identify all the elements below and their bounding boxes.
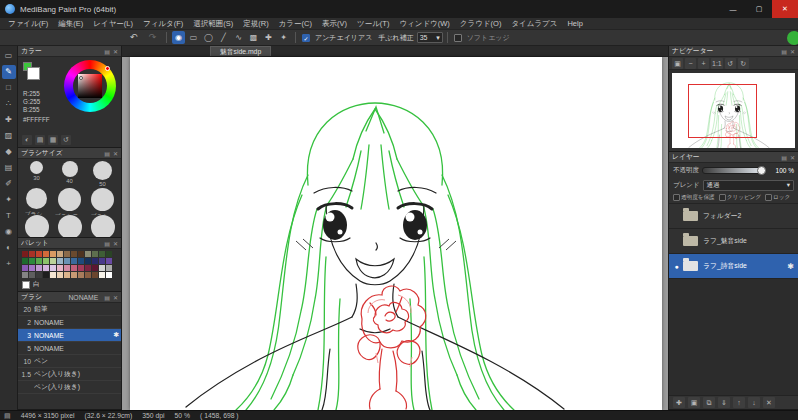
brush-size-item-1[interactable]: 40 (53, 161, 86, 188)
opacity-slider-handle[interactable] (757, 166, 766, 175)
panel-close-icon[interactable]: ✕ (113, 150, 118, 157)
menu-item-2[interactable]: レイヤー(L) (88, 18, 138, 30)
dot-tool[interactable]: ∴ (2, 97, 16, 111)
palette-swatch-34[interactable] (78, 265, 84, 271)
menu-item-4[interactable]: 選択範囲(S) (188, 18, 238, 30)
move-tool[interactable]: ✚ (2, 113, 16, 127)
minimize-button[interactable]: — (720, 0, 746, 18)
account-status-icon[interactable] (787, 31, 798, 45)
palette-swatch-51[interactable] (106, 272, 112, 278)
menu-item-9[interactable]: ウィンドウ(W) (394, 18, 454, 30)
palette-swatch-13[interactable] (22, 258, 28, 264)
palette-swatch-33[interactable] (71, 265, 77, 271)
palette-swatch-40[interactable] (29, 272, 35, 278)
protect-alpha-checkbox[interactable] (673, 194, 680, 201)
navigator-view-rect[interactable] (688, 84, 757, 138)
redo-icon[interactable]: ↷ (145, 31, 160, 44)
document-tab[interactable]: 魅音side.mdp (210, 46, 271, 56)
eraser-tool[interactable]: □ (2, 81, 16, 95)
panel-menu-icon[interactable]: ▤ (781, 154, 787, 161)
palette-swatch-47[interactable] (78, 272, 84, 278)
drawing-canvas[interactable] (130, 57, 662, 410)
palette-swatch-31[interactable] (57, 265, 63, 271)
color-panel-header[interactable]: カラー ▤ ✕ (18, 46, 121, 57)
protect-alpha-option[interactable]: 透明度を保護 (673, 194, 715, 202)
duplicate-layer-icon[interactable]: ⧉ (703, 397, 715, 408)
pen-mode-icon[interactable]: ◉ (172, 31, 185, 44)
rotate-right-icon[interactable]: ↻ (738, 58, 749, 69)
brush-row-4[interactable]: 10ペン (18, 355, 121, 368)
wheel-view-icon[interactable]: ◐ (22, 135, 32, 145)
brush-row-3[interactable]: 5NONAME (18, 342, 121, 355)
palette-swatch-42[interactable] (43, 272, 49, 278)
palette-swatch-23[interactable] (92, 258, 98, 264)
palette-swatch-8[interactable] (78, 251, 84, 257)
palette-swatch-36[interactable] (92, 265, 98, 271)
palette-swatch-0[interactable] (22, 251, 28, 257)
panel-close-icon[interactable]: ✕ (113, 294, 118, 301)
lock-checkbox[interactable] (765, 194, 772, 201)
menu-item-3[interactable]: フィルタ(F) (138, 18, 188, 30)
lock-option[interactable]: ロック (765, 194, 790, 202)
panel-menu-icon[interactable]: ▤ (104, 48, 110, 55)
palette-swatch-27[interactable] (29, 265, 35, 271)
merge-down-icon[interactable]: ⇓ (718, 397, 730, 408)
palette-swatch-17[interactable] (50, 258, 56, 264)
brush-size-item-2[interactable]: 50 (86, 161, 119, 188)
brush-size-item-3[interactable]: ブラシ… (20, 188, 53, 215)
foreground-color-swatch[interactable] (27, 67, 40, 80)
gear-icon[interactable]: ✱ (787, 262, 794, 271)
brush-panel-header[interactable]: ブラシ NONAME ▤ ✕ (18, 292, 121, 303)
palette-swatch-44[interactable] (57, 272, 63, 278)
palette-swatch-19[interactable] (64, 258, 70, 264)
zoom-out-icon[interactable]: − (685, 58, 696, 69)
palette-swatch-16[interactable] (43, 258, 49, 264)
magic-wand-tool[interactable]: ✦ (2, 193, 16, 207)
menu-item-0[interactable]: ファイル(F) (3, 18, 53, 30)
palette-swatch-25[interactable] (106, 258, 112, 264)
grid-view-icon[interactable]: ▦ (48, 135, 58, 145)
menu-item-1[interactable]: 編集(E) (53, 18, 88, 30)
menu-item-8[interactable]: ツール(T) (352, 18, 394, 30)
rect-mode-icon[interactable]: ▭ (187, 31, 200, 44)
palette-swatch-35[interactable] (85, 265, 91, 271)
palette-swatch-2[interactable] (36, 251, 42, 257)
brush-size-item-5[interactable]: ブラシ… (86, 188, 119, 215)
eyedropper-tool[interactable]: ◉ (2, 225, 16, 239)
palette-swatch-12[interactable] (106, 251, 112, 257)
new-folder-icon[interactable]: ▣ (688, 397, 700, 408)
brush-size-item-8[interactable] (86, 215, 119, 238)
brush-tool[interactable]: ✎ (2, 65, 16, 79)
softedge-checkbox[interactable] (454, 34, 462, 42)
curve-mode-icon[interactable]: ∿ (232, 31, 245, 44)
delete-layer-icon[interactable]: ✕ (763, 397, 775, 408)
brush-size-item-0[interactable]: 30 (20, 161, 53, 188)
palette-swatch-10[interactable] (92, 251, 98, 257)
fit-icon[interactable]: ▣ (672, 58, 683, 69)
panel-close-icon[interactable]: ✕ (790, 48, 795, 55)
palette-swatch-41[interactable] (36, 272, 42, 278)
palette-swatch-21[interactable] (78, 258, 84, 264)
palette-swatch-49[interactable] (92, 272, 98, 278)
palette-swatch-6[interactable] (64, 251, 70, 257)
palette-swatch-28[interactable] (36, 265, 42, 271)
select-pen-tool[interactable]: ✐ (2, 177, 16, 191)
antialias-checkbox[interactable]: ✓ (302, 34, 310, 42)
brush-row-0[interactable]: 20鉛筆 (18, 303, 121, 316)
menu-item-7[interactable]: 表示(V) (317, 18, 352, 30)
palette-swatch-7[interactable] (71, 251, 77, 257)
navigator-thumbnail[interactable] (672, 73, 795, 148)
brush-row-5[interactable]: 1.5ペン(入り抜き) (18, 368, 121, 381)
layer-panel-header[interactable]: レイヤー ▤ ✕ (669, 152, 798, 163)
palette-swatch-14[interactable] (29, 258, 35, 264)
clipping-checkbox[interactable] (719, 194, 726, 201)
panel-close-icon[interactable]: ✕ (113, 48, 118, 55)
ellipse-mode-icon[interactable]: ◯ (202, 31, 215, 44)
rotate-left-icon[interactable]: ↺ (725, 58, 736, 69)
palette-swatch-9[interactable] (85, 251, 91, 257)
palette-swatch-43[interactable] (50, 272, 56, 278)
opacity-slider[interactable] (702, 167, 765, 174)
clipping-option[interactable]: クリッピング (719, 194, 761, 202)
panel-close-icon[interactable]: ✕ (790, 154, 795, 161)
palette-swatch-30[interactable] (50, 265, 56, 271)
